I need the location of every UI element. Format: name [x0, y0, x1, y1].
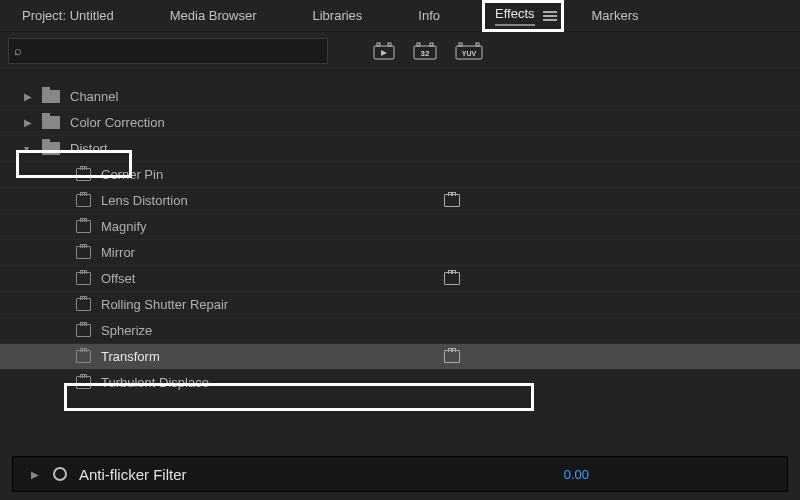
folder-icon: [42, 90, 60, 103]
search-box: ⌕: [8, 38, 328, 64]
effect-transform[interactable]: Transform: [0, 343, 800, 369]
effect-spherize[interactable]: Spherize: [0, 317, 800, 343]
effect-label: Lens Distortion: [101, 193, 188, 208]
chevron-right-icon: ▶: [24, 91, 36, 102]
effect-icon: [76, 272, 91, 285]
tab-effects-label: Effects: [495, 6, 535, 26]
tab-markers[interactable]: Markers: [578, 2, 653, 29]
effect-label: Offset: [101, 271, 135, 286]
effects-toolbar: ⌕ 32 YUV: [0, 32, 800, 71]
property-label: Anti-flicker Filter: [79, 466, 187, 483]
svg-rect-5: [430, 43, 433, 46]
accelerated-effects-filter-icon[interactable]: [370, 40, 398, 62]
folder-icon: [42, 142, 60, 155]
panel-tabs: Project: Untitled Media Browser Librarie…: [0, 0, 800, 32]
yuv-filter-icon[interactable]: YUV: [452, 40, 486, 62]
effect-lens-distortion[interactable]: Lens Distortion: [0, 187, 800, 213]
tab-media-browser[interactable]: Media Browser: [156, 2, 271, 29]
chevron-right-icon[interactable]: ▶: [31, 469, 39, 480]
search-input[interactable]: [8, 38, 328, 64]
effect-label: Corner Pin: [101, 167, 163, 182]
svg-rect-8: [459, 43, 462, 46]
effect-controls-row: ▶ Anti-flicker Filter 0.00: [12, 456, 788, 492]
effect-label: Spherize: [101, 323, 152, 338]
category-label: Channel: [70, 89, 118, 104]
effect-icon: [76, 194, 91, 207]
effect-icon: [76, 350, 91, 363]
effect-label: Rolling Shutter Repair: [101, 297, 228, 312]
effect-label: Turbulent Displace: [101, 375, 209, 390]
category-distort[interactable]: ▾ Distort: [0, 135, 800, 161]
effect-label: Magnify: [101, 219, 147, 234]
effect-rolling-shutter-repair[interactable]: Rolling Shutter Repair: [0, 291, 800, 317]
effect-label: Mirror: [101, 245, 135, 260]
effect-icon: [76, 168, 91, 181]
category-label: Color Correction: [70, 115, 165, 130]
svg-rect-2: [388, 43, 391, 46]
search-icon: ⌕: [14, 43, 22, 58]
folder-icon: [42, 116, 60, 129]
32bit-filter-icon[interactable]: 32: [410, 40, 440, 62]
effect-corner-pin[interactable]: Corner Pin: [0, 161, 800, 187]
chevron-down-icon: ▾: [24, 143, 36, 154]
tab-libraries[interactable]: Libraries: [298, 2, 376, 29]
property-value[interactable]: 0.00: [564, 467, 589, 482]
effect-magnify[interactable]: Magnify: [0, 213, 800, 239]
effect-icon: [76, 220, 91, 233]
effect-turbulent-displace[interactable]: Turbulent Displace: [0, 369, 800, 395]
accelerated-badge-icon: [444, 194, 460, 207]
effect-label: Transform: [101, 349, 160, 364]
keyframe-reset-icon[interactable]: [53, 467, 67, 481]
effect-offset[interactable]: Offset: [0, 265, 800, 291]
accelerated-badge-icon: [444, 350, 460, 363]
tab-project[interactable]: Project: Untitled: [8, 2, 128, 29]
effect-mirror[interactable]: Mirror: [0, 239, 800, 265]
svg-rect-1: [377, 43, 380, 46]
effect-icon: [76, 324, 91, 337]
svg-rect-9: [476, 43, 479, 46]
panel-menu-icon[interactable]: [543, 11, 557, 21]
category-color-correction[interactable]: ▶ Color Correction: [0, 109, 800, 135]
effect-icon: [76, 298, 91, 311]
tab-effects[interactable]: Effects: [482, 0, 564, 32]
effects-tree: ▶ Channel ▶ Color Correction ▾ Distort C…: [0, 71, 800, 395]
accelerated-badge-icon: [444, 272, 460, 285]
effect-icon: [76, 376, 91, 389]
svg-text:32: 32: [421, 49, 430, 58]
category-channel[interactable]: ▶ Channel: [0, 83, 800, 109]
tab-info[interactable]: Info: [404, 2, 454, 29]
svg-text:YUV: YUV: [462, 50, 477, 57]
effect-icon: [76, 246, 91, 259]
category-label: Distort: [70, 141, 108, 156]
chevron-right-icon: ▶: [24, 117, 36, 128]
svg-rect-4: [417, 43, 420, 46]
